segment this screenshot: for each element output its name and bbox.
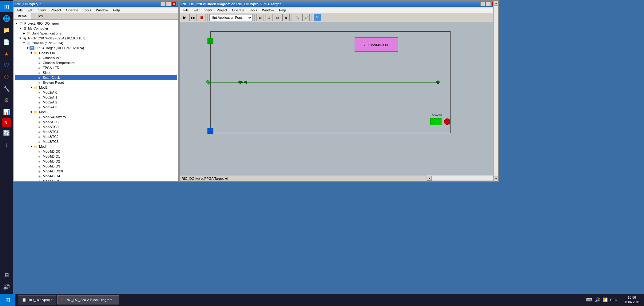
tree-arrow-ni-crio[interactable]: ▼ [18, 37, 22, 40]
sidebar-icon-app1[interactable]: ▲ [1, 48, 12, 59]
project-tree[interactable]: ▼ 📋 Project: RIO_DO.lvproj ▼ 🖥 My Comput… [14, 20, 178, 181]
menu-project[interactable]: Project [48, 8, 63, 13]
tree-mod2[interactable]: ▼ 📁 Mod2 [15, 85, 177, 90]
tree-system-reset[interactable]: ▶ ◈ System Reset [15, 80, 177, 85]
diag-menu-operate[interactable]: Operate [230, 8, 247, 13]
diagram-minimize-button[interactable]: ─ [480, 2, 485, 6]
tree-arrow-chassis[interactable]: ▼ [22, 42, 26, 45]
menu-help[interactable]: Help [110, 8, 122, 13]
toolbar-abort-button[interactable]: ⏹ [198, 14, 205, 21]
tree-scan-clock[interactable]: ▶ ◈ Scan Clock [15, 75, 177, 80]
tree-mod4[interactable]: ▼ 📁 Mod4 [15, 144, 177, 149]
toolbar-align-button[interactable]: ⊞ [256, 14, 264, 21]
diag-menu-view[interactable]: View [202, 8, 214, 13]
sidebar-icon-sound[interactable]: 🔊 [1, 281, 12, 292]
sidebar-icon-word[interactable]: W [1, 60, 12, 71]
tree-mod4-dio0[interactable]: ▶ ◈ Mod4/DIO0 [15, 149, 177, 154]
tree-mod4-dio5[interactable]: ▶ ◈ Mod4/DIO5 [15, 179, 177, 181]
project-close-button[interactable]: ✕ [172, 2, 177, 6]
tree-mod4-dio30[interactable]: ▶ ◈ Mod4/DIO3:0 [15, 169, 177, 174]
tree-mod4-dio1[interactable]: ▶ ◈ Mod4/DIO1 [15, 154, 177, 159]
tree-chassis-io[interactable]: ▼ 📁 Chassis I/O [15, 50, 177, 55]
tree-mod4-dio3[interactable]: ▶ ◈ Mod4/DIO3 [15, 164, 177, 169]
tree-mod2-ai2[interactable]: ▶ ◈ Mod2/AI2 [15, 100, 177, 105]
sidebar-icon-ni[interactable]: NI [2, 118, 11, 127]
toolbar-run-continuously-button[interactable]: ▶▶ [189, 14, 197, 21]
tree-ni-crio[interactable]: ▼ 🔌 NI-cRIO9074-019F625A (10.10.6.187) [15, 36, 177, 41]
sidebar-icon-ie[interactable]: 🌐 [1, 13, 12, 24]
toolbar-context-button[interactable]: ? [314, 14, 321, 21]
sidebar-icon-labview[interactable]: ⬡ [1, 71, 12, 83]
tree-mod3[interactable]: ▼ 📁 Mod3 [15, 110, 177, 115]
tree-arrow-mod3[interactable]: ▼ [30, 111, 33, 114]
tree-fpga-target[interactable]: ▼ FP FPGA Target (RIO0, cRIO-9074) [15, 46, 177, 50]
sidebar-icon-monitor[interactable]: 🖥 [1, 270, 12, 281]
diag-menu-tools[interactable]: Tools [247, 8, 260, 13]
diag-menu-project[interactable]: Project [214, 8, 229, 13]
tree-mod3-tc0[interactable]: ▶ ◈ Mod3/TC0 [15, 124, 177, 129]
tree-mod4-dio2[interactable]: ▶ ◈ Mod4/DIO2 [15, 159, 177, 164]
tree-mod3-tc1[interactable]: ▶ ◈ Mod3/TC1 [15, 129, 177, 134]
menu-view[interactable]: View [36, 8, 48, 13]
menu-file[interactable]: File [15, 8, 25, 13]
taskbar-item-diagram[interactable]: ⬡ RIO_DO_228.vi Block Diagram... [57, 295, 119, 304]
tree-arrow-build-specs[interactable]: ▶ [22, 32, 26, 35]
tree-my-computer[interactable]: ▼ 🖥 My Computer [15, 26, 177, 31]
sidebar-icon-graph[interactable]: 📊 [1, 107, 12, 118]
tree-sleep[interactable]: ▶ ◈ Sleep [15, 70, 177, 75]
toolbar-font-select[interactable]: 9pt Application Font [209, 14, 252, 21]
diag-menu-edit[interactable]: Edit [191, 8, 202, 13]
diag-menu-window[interactable]: Window [260, 8, 276, 13]
tree-mod4-dio4[interactable]: ▶ ◈ Mod4/DIO4 [15, 174, 177, 179]
sidebar-icon-tool1[interactable]: 🔧 [1, 83, 12, 94]
diag-menu-help[interactable]: Help [276, 8, 288, 13]
project-maximize-button[interactable]: □ [166, 2, 171, 6]
toolbar-zoom-button[interactable]: 🔍 [294, 14, 301, 21]
taskbar-start-button[interactable]: ⊞ [0, 294, 15, 306]
tree-arrow-mod2[interactable]: ▼ [30, 86, 33, 89]
tree-arrow-my-computer[interactable]: ▼ [18, 27, 22, 30]
menu-operate[interactable]: Operate [64, 8, 81, 13]
tree-mod2-ai3[interactable]: ▶ ◈ Mod2/AI3 [15, 105, 177, 110]
tree-arrow-mod4[interactable]: ▼ [30, 145, 33, 148]
toolbar-reorder-button[interactable]: ⇅ [282, 14, 290, 21]
tree-mod2-ai0[interactable]: ▶ ◈ Mod2/AI0 [15, 90, 177, 95]
tree-chassis-temp[interactable]: ▶ ◈ Chassis Temperature [15, 60, 177, 65]
h-scroll-track[interactable] [432, 176, 493, 180]
toolbar-run-button[interactable]: ▶ [181, 14, 188, 21]
windows-start-button[interactable]: ⊞ [0, 1, 13, 12]
tree-chassis[interactable]: ▼ ⬜ Chassis (cRIO-9074) [15, 41, 177, 46]
menu-tools[interactable]: Tools [81, 8, 93, 13]
tree-project[interactable]: ▼ 📋 Project: RIO_DO.lvproj [15, 21, 177, 26]
sidebar-icon-pdf[interactable]: 📄 [1, 36, 12, 47]
tab-items[interactable]: Items [14, 13, 31, 19]
menu-window[interactable]: Window [93, 8, 110, 13]
toolbar-search-button[interactable]: 🔎 [302, 14, 310, 21]
tree-arrow-chassis-io[interactable]: ▼ [30, 51, 33, 54]
tree-fpga-led[interactable]: ▶ ◈ FPGA LED [15, 65, 177, 70]
scroll-left-button[interactable]: ◀ [427, 176, 432, 181]
tree-mod2-ai1[interactable]: ▶ ◈ Mod2/AI1 [15, 95, 177, 100]
tree-chassis-vo[interactable]: ▶ ◈ Chassis VO [15, 55, 177, 60]
tab-files[interactable]: Files [31, 13, 47, 19]
diagram-canvas[interactable]: ЛЛI Mod4/DIO0 Boolean [180, 22, 498, 175]
tree-mod3-tc2[interactable]: ▶ ◈ Mod3/TC2 [15, 134, 177, 139]
sidebar-icon-util1[interactable]: 🔄 [1, 127, 12, 139]
tree-arrow-fpga-target[interactable]: ▼ [26, 46, 30, 50]
sidebar-icon-tool2[interactable]: ⚙ [1, 95, 12, 106]
tree-mod3-autozero[interactable]: ▶ ◈ Mod3/Autozero [15, 115, 177, 119]
menu-edit[interactable]: Edit [25, 8, 36, 13]
taskbar-clock[interactable]: 15:56 28.04.2015 [620, 295, 644, 305]
project-minimize-button[interactable]: ─ [161, 2, 165, 6]
diagram-scrollbar-v[interactable]: ▲ ▼ [493, 22, 498, 175]
tree-mod3-cjc[interactable]: ▶ ◈ Mod3/CJC [15, 119, 177, 124]
tree-mod3-tc3[interactable]: ▶ ◈ Mod3/TC3 [15, 139, 177, 144]
tree-build-specs[interactable]: ▶ 📁 Build Specifications [15, 31, 177, 36]
scroll-track[interactable] [494, 22, 498, 175]
sidebar-icon-util2[interactable]: ↕ [1, 139, 12, 150]
tree-arrow-project[interactable]: ▼ [15, 22, 18, 25]
taskbar-item-project[interactable]: 📋 RIO_DO.lvproj * [18, 295, 56, 304]
sidebar-icon-folder[interactable]: 📁 [1, 25, 12, 36]
toolbar-distribute-button[interactable]: ⊡ [265, 14, 272, 21]
diag-menu-file[interactable]: File [181, 8, 191, 13]
